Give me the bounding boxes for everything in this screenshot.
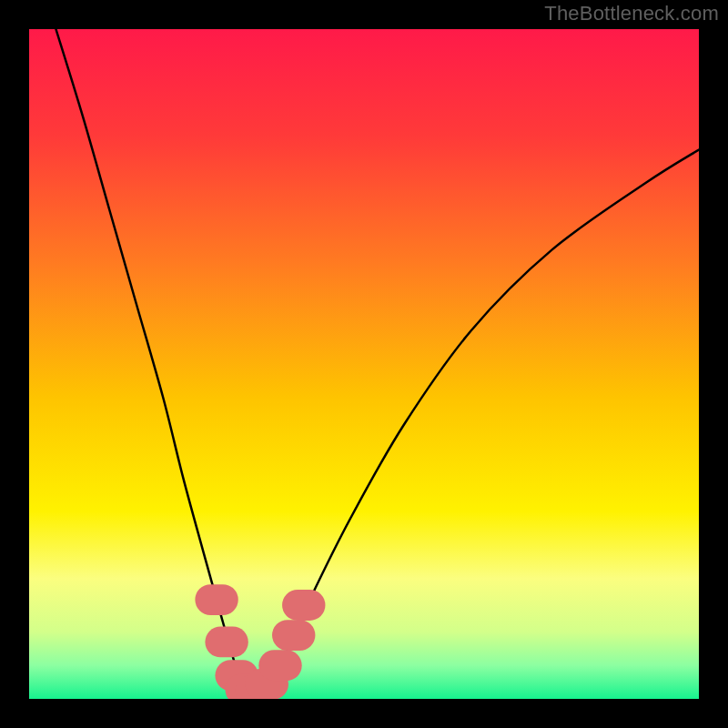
highlight-marker bbox=[282, 590, 325, 621]
chart-svg bbox=[29, 29, 699, 699]
watermark-text: TheBottleneck.com bbox=[544, 2, 719, 25]
chart-plot-area bbox=[29, 29, 699, 699]
highlight-marker bbox=[195, 584, 238, 615]
chart-frame: TheBottleneck.com bbox=[0, 0, 728, 728]
gradient-background bbox=[29, 29, 699, 699]
highlight-marker bbox=[205, 627, 248, 658]
highlight-marker bbox=[258, 650, 301, 681]
highlight-marker bbox=[272, 620, 315, 651]
